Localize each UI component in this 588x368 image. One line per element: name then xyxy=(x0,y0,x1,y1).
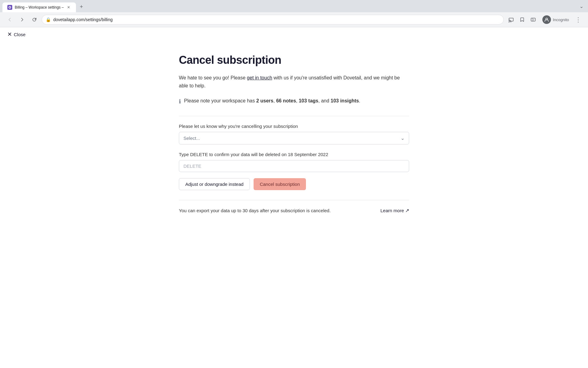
get-in-touch-link[interactable]: get in touch xyxy=(247,75,272,80)
info-box: ℹ Please note your workspace has 2 users… xyxy=(179,97,409,106)
close-x-icon: ✕ xyxy=(7,31,12,38)
lock-icon: 🔒 xyxy=(46,17,51,22)
reload-button[interactable] xyxy=(29,15,39,25)
close-label: Close xyxy=(14,32,25,37)
address-bar[interactable]: 🔒 dovetailapp.com/settings/billing xyxy=(42,15,504,25)
nav-actions: Incognito ⋮ xyxy=(506,14,583,25)
close-button[interactable]: ✕ Close xyxy=(7,31,25,38)
more-button[interactable]: ⋮ xyxy=(573,15,583,25)
export-section: You can export your data up to 30 days a… xyxy=(179,208,409,213)
cast-button[interactable] xyxy=(506,15,516,25)
tab-bar-menu-button[interactable]: ⌄ xyxy=(577,2,586,10)
cancel-subscription-button[interactable]: Cancel subscription xyxy=(254,178,306,190)
tab-favicon xyxy=(7,5,12,10)
back-button[interactable] xyxy=(5,15,15,25)
incognito-icon xyxy=(542,15,551,24)
delete-label: Type DELETE to confirm your data will be… xyxy=(179,152,409,157)
new-tab-button[interactable]: + xyxy=(77,2,86,11)
reason-label: Please let us know why you're cancelling… xyxy=(179,124,409,129)
insights-count: 103 insights xyxy=(331,98,359,103)
divider-1 xyxy=(179,116,409,116)
external-link-icon: ↗ xyxy=(405,208,409,213)
action-buttons: Adjust or downgrade instead Cancel subsc… xyxy=(179,178,409,190)
info-text: Please note your workspace has 2 users, … xyxy=(184,97,360,105)
tab-close-button[interactable]: ✕ xyxy=(66,5,71,10)
svg-rect-2 xyxy=(509,18,513,21)
incognito-label: Incognito xyxy=(553,17,569,22)
divider-2 xyxy=(179,200,409,200)
learn-more-label: Learn more xyxy=(380,208,404,213)
intro-text-before: We hate to see you go! Please xyxy=(179,75,247,80)
delete-confirm-input[interactable] xyxy=(179,160,409,172)
adjust-downgrade-button[interactable]: Adjust or downgrade instead xyxy=(179,178,250,190)
intro-text: We hate to see you go! Please get in tou… xyxy=(179,74,409,90)
browser-chrome: Billing – Workspace settings – ✕ + ⌄ 🔒 d… xyxy=(0,0,588,27)
tags-count: 103 tags xyxy=(299,98,318,103)
select-placeholder: Select... xyxy=(183,136,200,141)
top-bar: ✕ Close xyxy=(0,27,588,41)
bookmark-button[interactable] xyxy=(517,15,527,25)
page-title: Cancel subscription xyxy=(179,54,409,67)
notes-count: 66 notes xyxy=(276,98,296,103)
incognito-badge[interactable]: Incognito xyxy=(539,14,572,25)
svg-point-1 xyxy=(9,7,10,8)
forward-button[interactable] xyxy=(17,15,27,25)
learn-more-link[interactable]: Learn more ↗ xyxy=(380,208,409,213)
svg-point-3 xyxy=(509,22,510,23)
main-content: Cancel subscription We hate to see you g… xyxy=(172,41,417,226)
cancel-reason-dropdown[interactable]: Select... ⌄ xyxy=(179,132,409,144)
tab-title: Billing – Workspace settings – xyxy=(15,5,64,10)
active-tab[interactable]: Billing – Workspace settings – ✕ xyxy=(2,2,76,12)
page-content: ✕ Close Cancel subscription We hate to s… xyxy=(0,27,588,226)
url-text: dovetailapp.com/settings/billing xyxy=(53,17,500,22)
export-text: You can export your data up to 30 days a… xyxy=(179,208,331,213)
info-icon: ℹ xyxy=(179,97,181,106)
users-count: 2 users xyxy=(256,98,273,103)
nav-bar: 🔒 dovetailapp.com/settings/billing Incog… xyxy=(0,12,588,27)
tab-bar-end: ⌄ xyxy=(577,2,586,10)
tab-search-button[interactable] xyxy=(528,15,538,25)
tab-bar: Billing – Workspace settings – ✕ + ⌄ xyxy=(0,0,588,12)
chevron-down-icon: ⌄ xyxy=(401,135,405,141)
